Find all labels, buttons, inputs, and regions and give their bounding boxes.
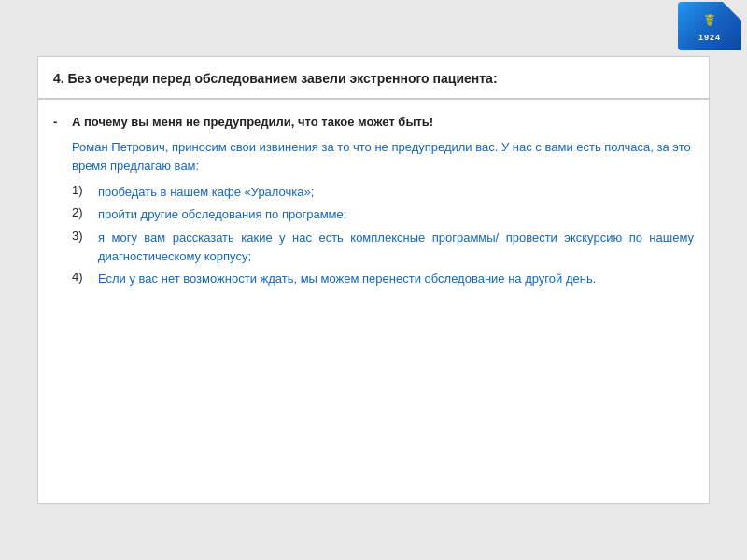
- card-header: 4. Без очереди перед обследованием завел…: [38, 57, 709, 99]
- num-text-2: пройти другие обследования по программе;: [98, 205, 694, 224]
- question-row: - А почему вы меня не предупредили, что …: [53, 115, 694, 129]
- list-item: 2) пройти другие обследования по програм…: [72, 205, 694, 224]
- page-container: ☤ 1924 4. Без очереди перед обследование…: [0, 0, 747, 560]
- num-text-1: пообедать в нашем кафе «Уралочка»;: [98, 183, 694, 202]
- dash-symbol: -: [53, 115, 72, 129]
- question-text: А почему вы меня не предупредили, что та…: [72, 115, 694, 129]
- num-label-2: 2): [72, 205, 98, 219]
- card-header-text: 4. Без очереди перед обследованием завел…: [53, 71, 498, 86]
- list-item: 4) Если у вас нет возможности ждать, мы …: [72, 270, 694, 288]
- list-item: 3) я могу вам рассказать какие у нас ест…: [72, 229, 694, 266]
- list-item: 1) пообедать в нашем кафе «Уралочка»;: [72, 183, 694, 202]
- answer-intro-text: Роман Петрович, приносим свои извинения …: [72, 140, 691, 173]
- num-label-1: 1): [72, 183, 98, 197]
- logo-area: ☤ 1924: [672, 0, 747, 51]
- num-text-3: я могу вам рассказать какие у нас есть к…: [98, 229, 694, 266]
- num-label-3: 3): [72, 229, 98, 243]
- num-label-4: 4): [72, 270, 98, 284]
- answer-block: Роман Петрович, приносим свои извинения …: [72, 138, 694, 175]
- numbered-list: 1) пообедать в нашем кафе «Уралочка»; 2)…: [72, 183, 694, 288]
- main-card: 4. Без очереди перед обследованием завел…: [37, 56, 710, 504]
- num-text-4: Если у вас нет возможности ждать, мы мож…: [98, 270, 694, 288]
- card-body: - А почему вы меня не предупредили, что …: [38, 100, 709, 307]
- logo-icon: ☤: [704, 10, 715, 31]
- logo-badge: ☤ 1924: [678, 2, 741, 50]
- logo-year: 1924: [698, 33, 721, 42]
